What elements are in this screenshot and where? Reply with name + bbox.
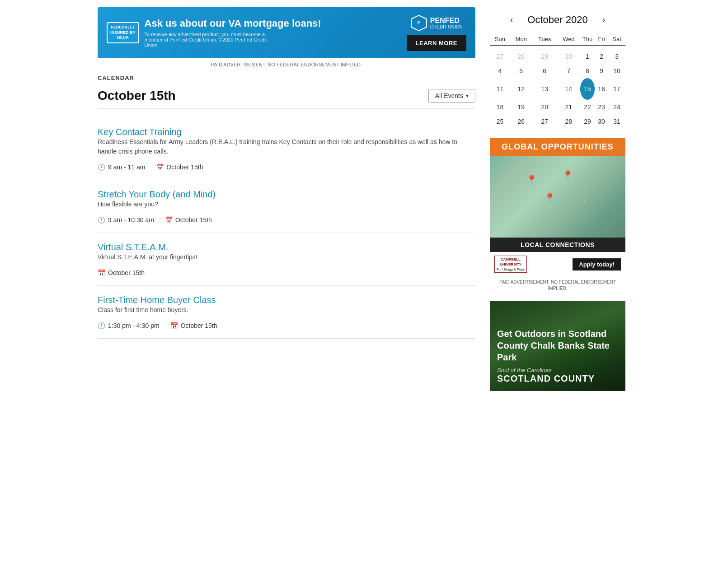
event-card: Virtual S.T.E.A.M. Virtual S.T.E.A.M. at… <box>98 233 475 286</box>
event-time: 🕐 9 am - 10:30 am <box>98 216 154 224</box>
calendar-day[interactable]: 26 <box>510 114 532 129</box>
event-date-label: October 15th <box>108 269 145 276</box>
ad-headline: Ask us about our VA mortgage loans! <box>145 18 321 29</box>
main-content: FEDERALLY INSURED BY NCUA Ask us about o… <box>98 7 475 391</box>
event-date: 📅 October 15th <box>165 216 212 224</box>
cal-dow-mon: Mon <box>510 34 532 49</box>
event-description: Virtual S.T.E.A.M. at your fingertips! <box>98 252 475 262</box>
cal-dow-sat: Sat <box>608 34 625 49</box>
learn-more-button[interactable]: LEARN MORE <box>407 35 466 51</box>
pushpin-icon: 📍 <box>544 192 555 203</box>
global-opp-image: 📍 📍 📍 <box>490 156 625 238</box>
event-title[interactable]: Stretch Your Body (and Mind) <box>98 189 216 199</box>
calendar-label: CALENDAR <box>98 75 475 81</box>
calendar-day[interactable]: 11 <box>490 78 510 100</box>
global-opp-ad: GLOBAL OPPORTUNITIES 📍 📍 📍 LOCAL CONNECT… <box>490 138 625 276</box>
cal-dow-sun: Sun <box>490 34 510 49</box>
event-title[interactable]: First-Time Home Buyer Class <box>98 295 216 305</box>
ad-subtext: To receive any advertised product, you m… <box>145 32 280 48</box>
event-meta: 🕐 1:30 pm - 4:30 pm 📅 October 15th <box>98 322 475 329</box>
calendar-day[interactable]: 6 <box>532 64 557 78</box>
all-events-label: All Events <box>435 92 463 99</box>
event-time-label: 9 am - 11 am <box>108 163 145 171</box>
event-title[interactable]: Key Contact Training <box>98 127 182 137</box>
calendar-day[interactable]: 9 <box>595 64 608 78</box>
scotland-text: Get Outdoors in Scotland County Chalk Ba… <box>490 321 625 391</box>
calendar-day[interactable]: 28 <box>557 114 580 129</box>
event-meta: 🕐 9 am - 11 am 📅 October 15th <box>98 163 475 171</box>
event-description: Readiness Essentials for Army Leaders (R… <box>98 137 475 156</box>
calendar-day[interactable]: 27 <box>532 114 557 129</box>
all-events-button[interactable]: All Events ▾ <box>428 89 475 103</box>
global-opp-header: GLOBAL OPPORTUNITIES <box>490 138 625 156</box>
chevron-down-icon: ▾ <box>466 93 469 99</box>
ncua-badge: FEDERALLY INSURED BY NCUA <box>107 22 139 43</box>
calendar-day[interactable]: 23 <box>595 100 608 114</box>
calendar-day[interactable]: 17 <box>608 78 625 100</box>
event-date-label: October 15th <box>175 216 212 224</box>
calendar-day[interactable]: 29 <box>532 49 557 64</box>
calendar-icon: 📅 <box>165 216 173 224</box>
calendar-day[interactable]: 13 <box>532 78 557 100</box>
calendar-day[interactable]: 24 <box>608 100 625 114</box>
cal-dow-thu: Thu <box>580 34 595 49</box>
calendar-day[interactable]: 3 <box>608 49 625 64</box>
calendar-day[interactable]: 30 <box>595 114 608 129</box>
calendar-day[interactable]: 10 <box>608 64 625 78</box>
calendar-day[interactable]: 14 <box>557 78 580 100</box>
calendar-day[interactable]: 5 <box>510 64 532 78</box>
event-card: First-Time Home Buyer Class Class for fi… <box>98 286 475 339</box>
calendar-day[interactable]: 27 <box>490 49 510 64</box>
calendar-day[interactable]: 22 <box>580 100 595 114</box>
penfed-name: PENFED CREDIT UNION <box>430 17 463 30</box>
penfed-section: P PENFED CREDIT UNION LEARN MORE <box>407 14 466 51</box>
calendar-day[interactable]: 31 <box>608 114 625 129</box>
apply-button[interactable]: Apply today! <box>573 258 621 271</box>
event-card: Key Contact Training Readiness Essential… <box>98 118 475 180</box>
calendar-prev-button[interactable]: ‹ <box>507 13 517 27</box>
calendar-next-button[interactable]: › <box>599 13 609 27</box>
calendar-day[interactable]: 29 <box>580 114 595 129</box>
ad-banner: FEDERALLY INSURED BY NCUA Ask us about o… <box>98 7 475 58</box>
calendar-day[interactable]: 30 <box>557 49 580 64</box>
calendar-header: ‹ October 2020 › <box>490 7 625 34</box>
calendar-icon: 📅 <box>156 163 164 171</box>
calendar-day[interactable]: 8 <box>580 64 595 78</box>
ad-disclaimer: PAID ADVERTISEMENT. NO FEDERAL ENDORSEME… <box>98 62 475 67</box>
event-date-label: October 15th <box>181 322 217 329</box>
scotland-title: Get Outdoors in Scotland County Chalk Ba… <box>497 328 618 363</box>
scotland-subtitle: Soul of the Carolinas <box>497 367 618 373</box>
calendar-day[interactable]: 21 <box>557 100 580 114</box>
calendar-day[interactable]: 1 <box>580 49 595 64</box>
calendar-table: Sun Mon Tues Wed Thu Fri Sat 27282930123… <box>490 34 625 129</box>
cal-dow-fri: Fri <box>595 34 608 49</box>
calendar-day[interactable]: 4 <box>490 64 510 78</box>
event-description: Class for first time home buyers. <box>98 305 475 315</box>
event-title[interactable]: Virtual S.T.E.A.M. <box>98 242 168 252</box>
scotland-ad: Get Outdoors in Scotland County Chalk Ba… <box>490 301 625 391</box>
calendar-day[interactable]: 18 <box>490 100 510 114</box>
calendar-day[interactable]: 15 <box>580 78 595 100</box>
sidebar: ‹ October 2020 › Sun Mon Tues Wed Thu Fr… <box>490 7 625 391</box>
ad-disclaimer-sidebar: PAID ADVERTISEMENT. NO FEDERAL ENDORSEME… <box>490 279 625 292</box>
event-meta: 🕐 9 am - 10:30 am 📅 October 15th <box>98 216 475 224</box>
calendar-day[interactable]: 7 <box>557 64 580 78</box>
calendar-day[interactable]: 19 <box>510 100 532 114</box>
calendar-day[interactable]: 16 <box>595 78 608 100</box>
scotland-county: SCOTLAND COUNTY <box>497 373 618 384</box>
clock-icon: 🕐 <box>98 216 105 224</box>
calendar-day[interactable]: 2 <box>595 49 608 64</box>
clock-icon: 🕐 <box>98 322 105 329</box>
calendar-widget: ‹ October 2020 › Sun Mon Tues Wed Thu Fr… <box>490 7 625 129</box>
calendar-icon: 📅 <box>170 322 178 329</box>
event-time-label: 1:30 pm - 4:30 pm <box>108 322 160 329</box>
calendar-day[interactable]: 28 <box>510 49 532 64</box>
calendar-day[interactable]: 20 <box>532 100 557 114</box>
calendar-month-year: October 2020 <box>527 14 587 26</box>
calendar-day[interactable]: 25 <box>490 114 510 129</box>
campbell-logo: CAMPBELLUNIVERSITY Fort Bragg & Pope <box>494 256 527 273</box>
cal-dow-wed: Wed <box>557 34 580 49</box>
global-opp-footer: LOCAL CONNECTIONS <box>490 238 625 252</box>
event-time: 🕐 9 am - 11 am <box>98 163 145 171</box>
calendar-day[interactable]: 12 <box>510 78 532 100</box>
